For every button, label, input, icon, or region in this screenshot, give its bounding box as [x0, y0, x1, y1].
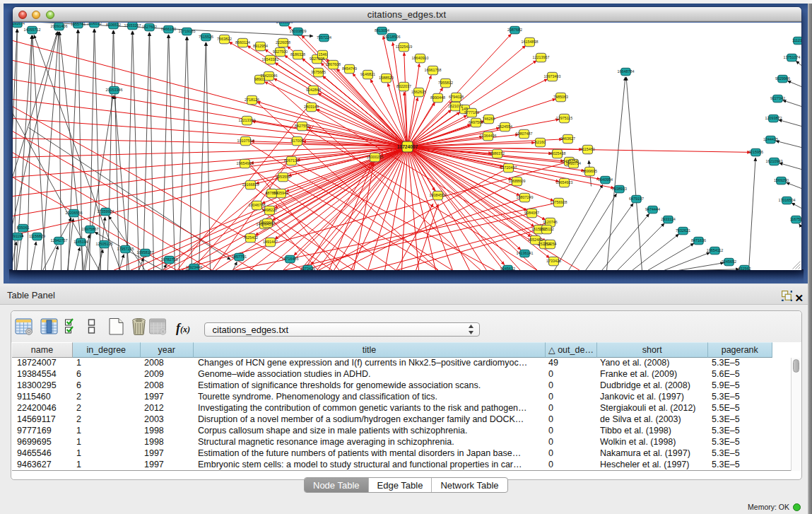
svg-text:12093872: 12093872: [765, 116, 782, 120]
svg-text:9327500: 9327500: [273, 49, 288, 54]
svg-text:1373426: 1373426: [300, 267, 315, 270]
svg-text:19756928: 19756928: [550, 200, 567, 204]
svg-text:8912954: 8912954: [253, 44, 268, 48]
svg-text:8322037: 8322037: [396, 84, 411, 88]
svg-text:7663822: 7663822: [217, 37, 232, 41]
svg-text:16154838: 16154838: [521, 40, 538, 44]
svg-text:17016504: 17016504: [778, 198, 795, 202]
svg-text:f(x): f(x): [176, 321, 190, 335]
svg-text:1527602: 1527602: [142, 25, 157, 29]
svg-text:10973493: 10973493: [543, 74, 560, 78]
svg-text:1621072: 1621072: [448, 104, 463, 108]
svg-text:10807487: 10807487: [515, 132, 532, 136]
svg-text:1569290: 1569290: [774, 178, 789, 182]
svg-text:10107554: 10107554: [237, 139, 254, 143]
svg-text:5495754: 5495754: [566, 161, 581, 165]
svg-text:9474444: 9474444: [645, 207, 660, 211]
svg-text:19384554: 19384554: [429, 193, 446, 197]
svg-text:2226058: 2226058: [276, 40, 290, 45]
svg-text:18300295: 18300295: [366, 155, 383, 159]
svg-text:21364436: 21364436: [479, 134, 496, 138]
svg-text:20053346: 20053346: [105, 88, 122, 92]
svg-text:9777169: 9777169: [464, 110, 479, 115]
svg-text:8267130: 8267130: [284, 158, 299, 163]
svg-text:8427552: 8427552: [295, 124, 310, 128]
svg-text:832562: 832562: [738, 267, 751, 270]
svg-text:9115460: 9115460: [580, 147, 595, 151]
svg-text:1562615: 1562615: [411, 90, 426, 94]
svg-text:12942757: 12942757: [50, 238, 67, 243]
svg-text:19218506: 19218506: [383, 35, 400, 39]
svg-text:391194: 391194: [13, 234, 23, 238]
svg-text:10046788: 10046788: [248, 203, 265, 207]
svg-text:7485063: 7485063: [553, 95, 568, 99]
svg-text:18807249: 18807249: [516, 195, 533, 199]
svg-text:12213957: 12213957: [532, 55, 549, 59]
svg-text:16648784: 16648784: [617, 69, 634, 74]
svg-text:12505135: 12505135: [95, 242, 112, 246]
svg-text:1353559: 1353559: [276, 175, 290, 179]
svg-text:2191674: 2191674: [13, 23, 25, 25]
svg-text:9084067: 9084067: [524, 211, 539, 215]
svg-text:8660124: 8660124: [235, 40, 250, 45]
svg-text:14136141: 14136141: [516, 251, 533, 255]
svg-text:1640954: 1640954: [598, 177, 613, 182]
svg-text:3106532: 3106532: [87, 23, 102, 25]
svg-text:19654963: 19654963: [236, 161, 253, 165]
svg-text:16033809: 16033809: [289, 29, 306, 33]
svg-text:9245652: 9245652: [722, 259, 736, 264]
svg-text:1615112: 1615112: [539, 227, 554, 231]
svg-text:10958187: 10958187: [136, 250, 153, 255]
svg-text:7955812: 7955812: [438, 81, 453, 85]
svg-text:16210943: 16210943: [765, 159, 782, 163]
svg-text:1955741: 1955741: [71, 23, 86, 26]
svg-text:15716485: 15716485: [281, 257, 298, 261]
svg-text:62160: 62160: [535, 140, 546, 144]
svg-text:7986372: 7986372: [490, 151, 505, 156]
svg-text:3624554: 3624554: [498, 124, 512, 129]
svg-text:116753: 116753: [789, 217, 801, 221]
svg-text:19654923: 19654923: [555, 180, 572, 185]
svg-text:6479197: 6479197: [629, 197, 644, 201]
svg-text:8990448: 8990448: [430, 95, 445, 100]
svg-text:17957225: 17957225: [117, 247, 134, 251]
svg-text:3675685: 3675685: [311, 70, 326, 74]
svg-text:98901: 98901: [254, 77, 265, 81]
svg-text:7632621: 7632621: [676, 228, 690, 233]
svg-text:19166825: 19166825: [242, 182, 259, 187]
svg-text:14055712: 14055712: [23, 28, 40, 32]
svg-text:1120746: 1120746: [543, 220, 558, 224]
svg-text:16782759: 16782759: [160, 257, 177, 262]
svg-text:20206556: 20206556: [65, 211, 82, 215]
svg-text:12213369: 12213369: [238, 118, 255, 122]
svg-text:9227342: 9227342: [770, 96, 785, 100]
svg-text:835061: 835061: [16, 226, 29, 230]
svg-text:9457791: 9457791: [232, 255, 247, 259]
svg-text:10653267: 10653267: [124, 23, 141, 28]
svg-text:8813054: 8813054: [375, 28, 389, 33]
svg-text:2867608: 2867608: [326, 62, 341, 66]
svg-text:6497568: 6497568: [469, 120, 483, 124]
svg-text:6466160: 6466160: [161, 27, 176, 31]
svg-text:10025438: 10025438: [548, 151, 565, 156]
svg-text:16961758: 16961758: [424, 68, 441, 72]
svg-text:18640910: 18640910: [411, 56, 428, 60]
svg-text:1588520: 1588520: [379, 76, 394, 80]
svg-text:9329966: 9329966: [775, 76, 790, 81]
svg-text:6794028: 6794028: [449, 95, 464, 99]
svg-text:8471636: 8471636: [691, 238, 706, 243]
svg-text:1244415: 1244415: [763, 137, 778, 141]
svg-text:11325419: 11325419: [395, 45, 412, 49]
svg-text:1491447: 1491447: [263, 240, 278, 244]
svg-text:20091406: 20091406: [50, 24, 67, 28]
svg-text:7625402: 7625402: [243, 235, 258, 240]
svg-text:817006: 817006: [290, 139, 303, 143]
svg-text:9245612: 9245612: [500, 267, 515, 270]
svg-text:10688609: 10688609: [508, 179, 525, 183]
svg-text:7515526: 7515526: [199, 35, 213, 39]
svg-text:18724007: 18724007: [396, 144, 418, 149]
svg-text:11156829: 11156829: [28, 234, 45, 238]
svg-text:13751074: 13751074: [783, 55, 800, 59]
svg-text:8186328: 8186328: [290, 52, 305, 57]
svg-text:2718126: 2718126: [245, 98, 259, 102]
